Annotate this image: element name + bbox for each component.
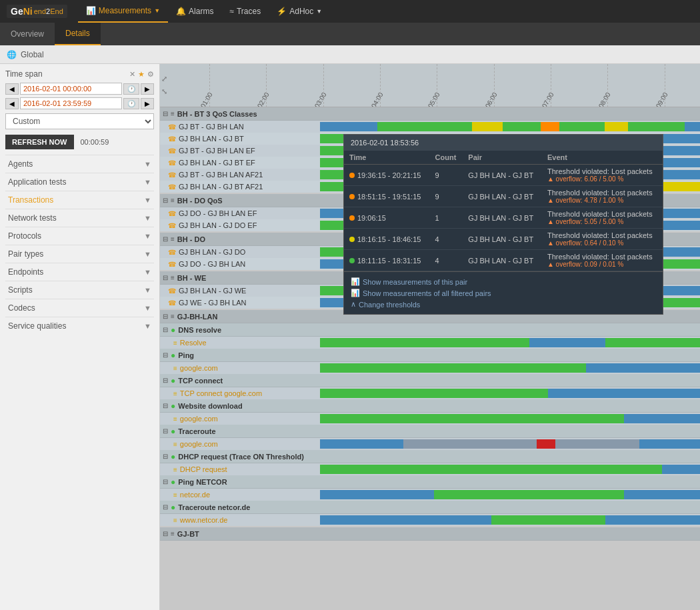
web-expand-icon[interactable]: ⊟	[163, 402, 168, 409]
nav-measurements[interactable]: 📊 Measurements ▼	[78, 0, 168, 23]
tooltip-row-1[interactable]: 19:36:15 - 20:21:15 9 GJ BH LAN - GJ BT …	[344, 165, 663, 186]
filter-transactions[interactable]: Transactions ▼	[5, 191, 154, 209]
tab-overview[interactable]: Overview	[0, 23, 55, 45]
timespan-end-input[interactable]	[20, 97, 122, 109]
filter-protocols[interactable]: Protocols ▼	[5, 227, 154, 245]
group-expand-icon[interactable]: ⊟	[163, 110, 168, 117]
row-chart-1[interactable]	[320, 122, 700, 131]
refresh-button[interactable]: REFRESH NOW	[5, 135, 74, 149]
timespan-start-fwd[interactable]: ▶	[141, 83, 154, 95]
group-header-gj-bt[interactable]: ⊟ ≡ GJ-BT	[160, 527, 700, 541]
traceroute-expand-icon[interactable]: ⊟	[163, 427, 168, 435]
row-chart-google-ping[interactable]	[320, 363, 700, 373]
tooltip-row-5[interactable]: 18:11:15 - 18:31:15 4 GJ BH LAN - GJ BT …	[344, 250, 663, 271]
row-gj-bh-lan-gj-bt-label: GJ BH LAN - GJ BT	[179, 135, 244, 143]
ping-netcor-expand-icon[interactable]: ⊟	[163, 478, 168, 485]
row-chart-resolve[interactable]	[320, 338, 700, 347]
tooltip-table: Time Count Pair Event 19:36:15 - 20:21:1…	[344, 151, 663, 271]
ping-expand-icon[interactable]: ⊟	[163, 351, 168, 359]
tooltip-link-measurements-all[interactable]: 📊 Show measurements of all filtered pair…	[351, 287, 656, 299]
traceroute-netcor-expand-icon[interactable]: ⊟	[163, 503, 168, 511]
row-chart-netcor[interactable]	[320, 490, 700, 499]
filter-transactions-label: Transactions	[8, 195, 53, 205]
traceroute-google-icon: ≡	[173, 441, 177, 448]
timespan-start-input[interactable]	[20, 83, 122, 95]
dhcp-green-circle: ●	[171, 452, 175, 461]
tcp-connect-label: TCP connect	[178, 377, 223, 385]
nav-alarms[interactable]: 🔔 Alarms	[168, 0, 221, 23]
subgroup-traceroute: ⊟ ● Traceroute	[160, 425, 700, 438]
group-expand-icon-3[interactable]: ⊟	[163, 235, 168, 243]
filter-scripts-label: Scripts	[8, 285, 33, 295]
tooltip-row-4[interactable]: 18:16:15 - 18:46:15 4 GJ BH LAN - GJ BT …	[344, 229, 663, 250]
timespan-end-back[interactable]: ◀	[5, 98, 19, 109]
group-header-bh-bt-qos[interactable]: ⊟ ≡ BH - BT 3 QoS Classes	[160, 107, 700, 121]
timespan-start-back[interactable]: ◀	[5, 83, 19, 95]
tcp-expand-icon[interactable]: ⊟	[163, 377, 168, 384]
traceroute-netcor-green-circle: ●	[171, 503, 175, 512]
traceroute-label: Traceroute	[178, 427, 215, 435]
tooltip-row-3[interactable]: 19:06:15 1 GJ BH LAN - GJ BT Threshold v…	[344, 207, 663, 229]
google-ping-label: google.com	[180, 364, 218, 372]
tooltip-link-thresholds[interactable]: ∧ Change thresholds	[351, 299, 656, 310]
tab-details[interactable]: Details	[55, 23, 101, 45]
group-expand-icon-2[interactable]: ⊟	[163, 197, 168, 204]
row-chart-web-google[interactable]	[320, 414, 700, 423]
filter-network-tests[interactable]: Network tests ▼	[5, 209, 154, 227]
group-type-icon-6: ≡	[171, 530, 175, 537]
group-type-icon: ≡	[171, 110, 175, 117]
filter-pair-types[interactable]: Pair types ▼	[5, 245, 154, 263]
filter-service-qualities[interactable]: Service qualities ▼	[5, 317, 154, 335]
row-chart-dhcp[interactable]	[320, 465, 700, 474]
tooltip-row-2[interactable]: 18:51:15 - 19:51:15 9 GJ BH LAN - GJ BT …	[344, 186, 663, 207]
row-chart-traceroute-google[interactable]	[320, 439, 700, 449]
star-icon[interactable]: ★	[138, 70, 145, 79]
expand-icon-2[interactable]: ⤡	[161, 87, 173, 96]
col-time: Time	[344, 151, 430, 165]
subgroup-dhcp: ⊟ ● DHCP request (Trace ON Threshold)	[160, 450, 700, 463]
dns-green-circle: ●	[171, 325, 175, 335]
nav-traces[interactable]: ≈ Traces	[221, 0, 269, 23]
group-expand-icon-4[interactable]: ⊟	[163, 274, 168, 281]
timespan-preset-select[interactable]: Custom	[5, 113, 154, 129]
group-type-icon-3: ≡	[171, 235, 175, 243]
timespan-end-fwd[interactable]: ▶	[141, 98, 154, 109]
tcp-green-circle: ●	[171, 376, 175, 385]
filter-endpoints[interactable]: Endpoints ▼	[5, 263, 154, 281]
netcor-label: netcor.de	[180, 491, 210, 499]
row-chart-tcp-google[interactable]	[320, 389, 700, 398]
row-chart-www-netcor[interactable]	[320, 515, 700, 525]
filter-network-tests-icon: ▼	[144, 214, 151, 222]
google-ping-icon: ≡	[173, 365, 177, 372]
tooltip-event-4: Threshold violated: Lost packets ▲ overf…	[542, 229, 663, 250]
tooltip-event-3: Threshold violated: Lost packets ▲ overf…	[542, 207, 663, 229]
timespan-start-clock[interactable]: 🕐	[123, 83, 139, 95]
settings-icon[interactable]: ⚙	[147, 70, 154, 79]
tooltip-count-5: 4	[430, 250, 463, 271]
logo-ni: Ni	[23, 6, 33, 17]
expand-icon-1[interactable]: ⤢	[161, 75, 173, 83]
filter-scripts[interactable]: Scripts ▼	[5, 281, 154, 299]
col-event: Event	[542, 151, 663, 165]
nav-adhoc[interactable]: ⚡ AdHoc ▼	[269, 0, 330, 23]
tooltip-link-measurements-pair[interactable]: 📊 Show measurements of this pair	[351, 276, 656, 287]
web-green-circle: ●	[171, 401, 175, 411]
group-expand-icon-5[interactable]: ⊟	[163, 313, 168, 320]
group-expand-icon-6[interactable]: ⊟	[163, 530, 168, 537]
tooltip-event-5: Threshold violated: Lost packets ▲ overf…	[542, 250, 663, 271]
filter-pair-types-icon: ▼	[144, 250, 151, 258]
filter-agents[interactable]: Agents ▼	[5, 155, 154, 173]
row-gj-bh-do-label: GJ BH LAN - GJ DO	[179, 248, 245, 256]
filter-agents-icon: ▼	[144, 160, 151, 168]
filter-codecs[interactable]: Codecs ▼	[5, 299, 154, 317]
row-phone-icon-6: ☎	[168, 183, 176, 191]
resolve-icon: ≡	[173, 339, 177, 347]
filter-application-tests[interactable]: Application tests ▼	[5, 173, 154, 191]
tooltip-popup: 2016-02-01 18:53:56 Time Count Pair Even…	[343, 134, 663, 315]
dhcp-expand-icon[interactable]: ⊟	[163, 453, 168, 460]
main-layout: Time span ✕ ★ ⚙ ◀ 🕐 ▶ ◀ 🕐 ▶ Custom	[0, 64, 700, 610]
tooltip-event-2: Threshold violated: Lost packets ▲ overf…	[542, 186, 663, 207]
close-icon[interactable]: ✕	[129, 70, 135, 79]
dns-expand-icon[interactable]: ⊟	[163, 326, 168, 333]
timespan-end-clock[interactable]: 🕐	[123, 98, 139, 109]
